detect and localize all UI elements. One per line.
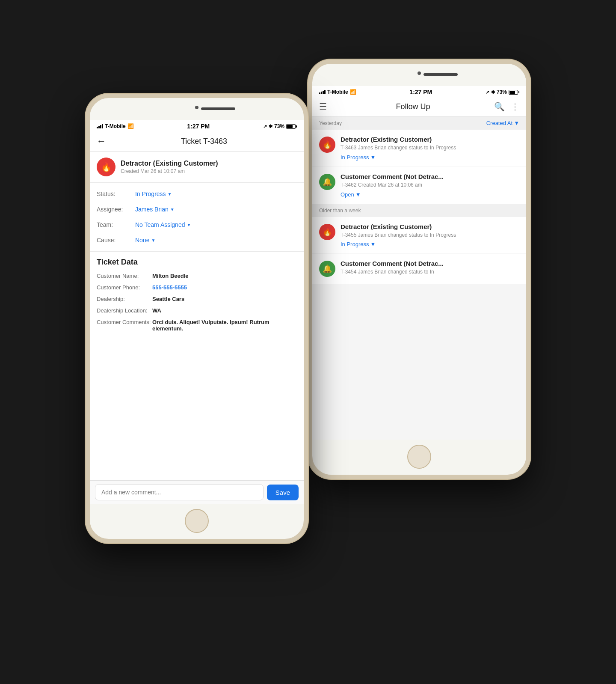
right-location-icon: ↗ [486, 89, 489, 95]
right-status-left: T-Mobile 📶 [319, 89, 356, 95]
fire-icon-1: 🔥 [323, 140, 332, 149]
dealership-location-label: Dealership Location: [97, 307, 152, 314]
ticket-data-heading: Ticket Data [97, 258, 297, 267]
feed-status-1[interactable]: In Progress ▼ [341, 154, 519, 161]
sort-label-text: Created At [486, 120, 512, 126]
battery-tip [296, 125, 297, 128]
feed-status-text-1: In Progress [341, 154, 369, 161]
cause-dropdown-arrow: ▼ [151, 238, 155, 243]
assignee-value[interactable]: James Brian ▼ [135, 206, 175, 213]
feed-status-arrow-1: ▼ [370, 154, 376, 161]
right-signal-bar-1 [319, 92, 320, 94]
comment-input[interactable] [95, 484, 264, 500]
right-bluetooth-icon: ✱ [491, 89, 495, 95]
section-label-yesterday: Yesterday [319, 120, 342, 126]
back-button[interactable]: ← [97, 136, 106, 147]
assignee-dropdown-arrow: ▼ [170, 207, 175, 212]
page-title: Ticket T-3463 [111, 137, 297, 146]
feed-title-2: Customer Comment (Not Detrac... [341, 173, 519, 180]
signal-bar-3 [100, 125, 101, 128]
signal-bars [97, 124, 103, 128]
left-status-right: ↗ ✱ 73% [263, 123, 297, 129]
ticket-type-icon: 🔥 [97, 158, 116, 176]
customer-name-row: Customer Name: Milton Beedle [97, 273, 297, 279]
feed-item-3[interactable]: 🔥 Detractor (Existing Customer) T-3455 J… [312, 217, 526, 254]
cause-field: Cause: None ▼ [90, 232, 304, 248]
ticket-created-date: Created Mar 26 at 10:07 am [121, 168, 218, 174]
assignee-text: James Brian [135, 206, 169, 213]
status-field: Status: In Progress ▼ [90, 186, 304, 202]
bell-icon-1: 🔔 [323, 177, 332, 187]
sort-button[interactable]: Created At ▼ [486, 120, 519, 126]
assignee-field: Assignee: James Brian ▼ [90, 202, 304, 217]
customer-name-value: Milton Beedle [152, 273, 189, 279]
dealership-row: Dealership: Seattle Cars [97, 296, 297, 302]
right-phone: T-Mobile 📶 1:27 PM ↗ ✱ 73% [308, 59, 530, 479]
save-button[interactable]: Save [267, 485, 299, 500]
feed-item-4[interactable]: 🔔 Customer Comment (Not Detrac... T-3454… [312, 254, 526, 284]
signal-bar-2 [98, 126, 100, 128]
battery-icon [286, 124, 297, 129]
home-button-left[interactable] [185, 509, 209, 533]
hamburger-menu-icon[interactable]: ☰ [319, 101, 327, 112]
left-phone-screen: T-Mobile 📶 1:27 PM ↗ ✱ 73% [90, 120, 304, 504]
wifi-icon: 📶 [127, 123, 134, 129]
feed-subtitle-4: T-3454 James Brian changed status to In [341, 268, 519, 276]
right-signal-bar-2 [321, 92, 322, 94]
status-value[interactable]: In Progress ▼ [135, 190, 172, 197]
right-nav-bar: ☰ Follow Up 🔍 ⋮ [312, 97, 526, 116]
feed-item-1[interactable]: 🔥 Detractor (Existing Customer) T-3463 J… [312, 130, 526, 167]
fire-icon-2: 🔥 [323, 227, 332, 237]
right-status-right: ↗ ✱ 73% [486, 89, 519, 95]
status-dropdown-arrow: ▼ [168, 192, 172, 196]
feed-icon-1: 🔥 [319, 137, 335, 153]
left-status-left: T-Mobile 📶 [97, 123, 134, 129]
dealership-location-row: Dealership Location: WA [97, 307, 297, 314]
feed-title-1: Detractor (Existing Customer) [341, 136, 519, 143]
customer-phone-row: Customer Phone: 555-555-5555 [97, 284, 297, 291]
feed-content-4: Customer Comment (Not Detrac... T-3454 J… [341, 260, 519, 278]
customer-comments-row: Customer Comments: Orci duis. Aliquet! V… [97, 319, 297, 332]
team-dropdown-arrow: ▼ [187, 223, 191, 227]
comment-bar: Save [90, 480, 304, 504]
more-options-icon[interactable]: ⋮ [511, 101, 519, 112]
right-carrier-label: T-Mobile [327, 89, 348, 95]
feed-content-1: Detractor (Existing Customer) T-3463 Jam… [341, 136, 519, 161]
right-signal-bars [319, 90, 326, 94]
feed-status-2[interactable]: Open ▼ [341, 191, 519, 198]
section-header-older: Older than a week [312, 204, 526, 217]
feed-icon-4: 🔔 [319, 261, 335, 277]
ticket-header: 🔥 Detractor (Existing Customer) Created … [90, 152, 304, 183]
feed-status-3[interactable]: In Progress ▼ [341, 241, 519, 247]
team-value[interactable]: No Team Assigned ▼ [135, 221, 191, 228]
home-button-right[interactable] [407, 445, 431, 469]
right-page-title: Follow Up [332, 102, 494, 111]
left-phone: T-Mobile 📶 1:27 PM ↗ ✱ 73% [86, 94, 308, 543]
feed-subtitle-2: T-3462 Created Mar 26 at 10:06 am [341, 181, 519, 189]
feed-status-arrow-2: ▼ [355, 191, 361, 198]
feed-status-text-2: Open [341, 191, 354, 198]
left-status-bar: T-Mobile 📶 1:27 PM ↗ ✱ 73% [90, 120, 304, 131]
status-label: Status: [97, 190, 135, 197]
sort-bar: Yesterday Created At ▼ [312, 116, 526, 130]
right-battery-percent: 73% [497, 89, 507, 95]
feed-list: 🔥 Detractor (Existing Customer) T-3463 J… [312, 130, 526, 440]
feed-icon-2: 🔔 [319, 174, 335, 190]
feed-title-3: Detractor (Existing Customer) [341, 223, 519, 230]
feed-item-2[interactable]: 🔔 Customer Comment (Not Detrac... T-3462… [312, 167, 526, 204]
cause-value[interactable]: None ▼ [135, 237, 155, 244]
customer-phone-value[interactable]: 555-555-5555 [152, 284, 187, 291]
section-label-older: Older than a week [319, 208, 361, 214]
feed-status-text-3: In Progress [341, 241, 369, 247]
ticket-fields: Status: In Progress ▼ Assignee: James Br… [90, 183, 304, 252]
team-field: Team: No Team Assigned ▼ [90, 217, 304, 232]
customer-comments-value: Orci duis. Aliquet! Vulputate. Ipsum! Ru… [152, 319, 297, 332]
right-wifi-icon: 📶 [350, 89, 356, 95]
fire-icon: 🔥 [101, 162, 112, 172]
signal-bar-1 [97, 127, 98, 128]
sort-arrow-icon: ▼ [514, 120, 519, 126]
right-signal-bar-3 [323, 91, 324, 94]
right-phone-screen: T-Mobile 📶 1:27 PM ↗ ✱ 73% [312, 86, 526, 440]
location-icon: ↗ [263, 124, 267, 129]
search-icon[interactable]: 🔍 [494, 101, 505, 112]
